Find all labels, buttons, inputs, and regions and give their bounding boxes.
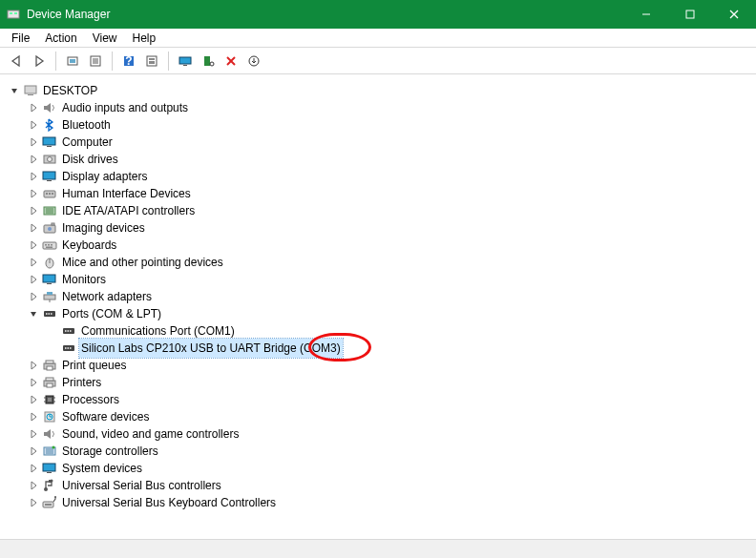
tree-label[interactable]: Silicon Labs CP210x USB to UART Bridge (… <box>79 339 343 358</box>
tree-node-child-12-1[interactable]: Silicon Labs CP210x USB to UART Bridge (… <box>4 340 752 357</box>
tree-node-cat-6[interactable]: IDE ATA/ATAPI controllers <box>4 202 752 219</box>
forward-button[interactable] <box>29 51 50 72</box>
tree-node-cat-1[interactable]: Bluetooth <box>4 116 752 134</box>
tree-label[interactable]: Storage controllers <box>60 442 160 461</box>
expander-icon[interactable] <box>27 462 40 475</box>
uninstall-button[interactable] <box>220 51 242 72</box>
expander-icon[interactable] <box>27 238 40 252</box>
tree-label[interactable]: Human Interface Devices <box>60 184 193 203</box>
tree-node-cat-20[interactable]: Universal Serial Bus controllers <box>4 477 752 494</box>
expander-icon[interactable] <box>27 187 40 200</box>
tree-label[interactable]: Imaging devices <box>60 218 147 238</box>
tree-label[interactable]: Computer <box>60 133 115 152</box>
tree-node-cat-16[interactable]: Software devices <box>4 408 752 425</box>
tree-label[interactable]: Mice and other pointing devices <box>60 253 225 272</box>
expander-icon[interactable] <box>27 393 40 406</box>
tree-label[interactable]: Disk drives <box>60 150 120 169</box>
tree-label[interactable]: Universal Serial Bus Keyboard Controller… <box>60 493 278 512</box>
tree-node-cat-3[interactable]: Disk drives <box>4 151 752 168</box>
tree-label[interactable]: Sound, video and game controllers <box>60 424 241 444</box>
tree-node-cat-18[interactable]: Storage controllers <box>4 443 752 460</box>
tree-node-cat-19[interactable]: System devices <box>4 460 752 477</box>
storage-icon <box>42 444 57 459</box>
action-dropdown-button[interactable] <box>243 51 264 72</box>
expander-icon[interactable] <box>27 170 40 183</box>
help-menu[interactable]: Help <box>125 30 164 47</box>
tree-node-cat-13[interactable]: Print queues <box>4 357 752 374</box>
tree-node-cat-9[interactable]: Mice and other pointing devices <box>4 254 752 271</box>
tree-node-cat-0[interactable]: Audio inputs and outputs <box>4 99 752 116</box>
expander-icon[interactable] <box>27 153 40 166</box>
tree-node-cat-2[interactable]: Computer <box>4 134 752 151</box>
expander-icon[interactable] <box>27 273 40 286</box>
mouse-icon <box>42 255 57 270</box>
close-button[interactable] <box>712 0 756 29</box>
tree-node-cat-21[interactable]: Universal Serial Bus Keyboard Controller… <box>4 494 752 511</box>
tree-node-cat-11[interactable]: Network adapters <box>4 288 752 305</box>
tree-node-cat-7[interactable]: Imaging devices <box>4 219 752 237</box>
tree-label[interactable]: Bluetooth <box>60 115 113 134</box>
tree-label[interactable]: Communications Port (COM1) <box>79 321 237 341</box>
tree-label[interactable]: IDE ATA/ATAPI controllers <box>60 201 197 220</box>
svg-rect-1 <box>10 12 12 14</box>
expander-icon[interactable] <box>27 307 40 320</box>
svg-rect-92 <box>45 504 52 506</box>
monitor-blue-icon <box>42 134 57 150</box>
update-button[interactable] <box>141 51 162 72</box>
tree-label[interactable]: Software devices <box>60 407 151 426</box>
expander-icon[interactable] <box>27 410 40 424</box>
expander-icon[interactable] <box>27 135 40 149</box>
tree-label[interactable]: Processors <box>60 390 121 409</box>
expander-icon[interactable] <box>27 376 40 389</box>
action-menu[interactable]: Action <box>37 30 84 47</box>
expander-icon[interactable] <box>27 118 40 132</box>
maximize-button[interactable] <box>668 0 712 29</box>
expander-icon[interactable] <box>8 84 21 97</box>
expander-icon[interactable] <box>27 359 40 372</box>
tree-node-cat-10[interactable]: Monitors <box>4 271 752 288</box>
expander-icon[interactable] <box>27 101 40 114</box>
tree-node-cat-12[interactable]: Ports (COM & LPT) <box>4 305 752 322</box>
file-menu[interactable]: File <box>4 30 37 47</box>
expander-icon[interactable] <box>27 256 40 269</box>
expander-icon[interactable] <box>27 221 40 235</box>
tree-node-child-12-0[interactable]: Communications Port (COM1) <box>4 322 752 340</box>
tree-label[interactable]: Universal Serial Bus controllers <box>60 476 223 495</box>
scan-hardware-button[interactable] <box>198 51 219 72</box>
monitor-button[interactable] <box>175 51 196 72</box>
tree-node-cat-5[interactable]: Human Interface Devices <box>4 185 752 202</box>
show-hidden-button[interactable] <box>62 51 83 72</box>
expander-icon[interactable] <box>27 496 40 509</box>
tree-label[interactable]: Printers <box>60 373 103 392</box>
help-button[interactable]: ? <box>118 51 139 72</box>
device-tree[interactable]: DESKTOPAudio inputs and outputsBluetooth… <box>0 74 756 539</box>
tree-node-cat-14[interactable]: Printers <box>4 374 752 391</box>
tree-label[interactable]: DESKTOP <box>41 81 99 100</box>
expander-icon[interactable] <box>27 479 40 492</box>
tree-node-root[interactable]: DESKTOP <box>4 82 752 99</box>
minimize-button[interactable] <box>624 0 668 29</box>
tree-label[interactable]: Monitors <box>60 270 108 289</box>
svg-rect-54 <box>44 295 55 300</box>
tree-node-cat-8[interactable]: Keyboards <box>4 237 752 254</box>
expander-icon[interactable] <box>27 290 40 303</box>
expander-icon[interactable] <box>27 427 40 441</box>
view-menu[interactable]: View <box>85 30 125 47</box>
tree-node-cat-15[interactable]: Processors <box>4 391 752 408</box>
tree-label[interactable]: Network adapters <box>60 287 154 306</box>
expander-icon[interactable] <box>27 444 40 458</box>
back-button[interactable] <box>6 51 27 72</box>
tree-label[interactable]: Ports (COM & LPT) <box>60 304 163 323</box>
titlebar[interactable]: Device Manager <box>0 0 756 29</box>
tree-label[interactable]: Print queues <box>60 356 128 375</box>
svg-point-21 <box>210 62 214 66</box>
expander-icon[interactable] <box>27 204 40 217</box>
tree-node-cat-17[interactable]: Sound, video and game controllers <box>4 425 752 443</box>
tree-label[interactable]: Display adapters <box>60 167 149 186</box>
tree-node-cat-4[interactable]: Display adapters <box>4 168 752 185</box>
tree-label[interactable]: Audio inputs and outputs <box>60 98 190 117</box>
properties-button[interactable] <box>85 51 106 72</box>
svg-rect-37 <box>52 193 53 195</box>
tree-label[interactable]: System devices <box>60 459 144 478</box>
tree-label[interactable]: Keyboards <box>60 236 118 255</box>
